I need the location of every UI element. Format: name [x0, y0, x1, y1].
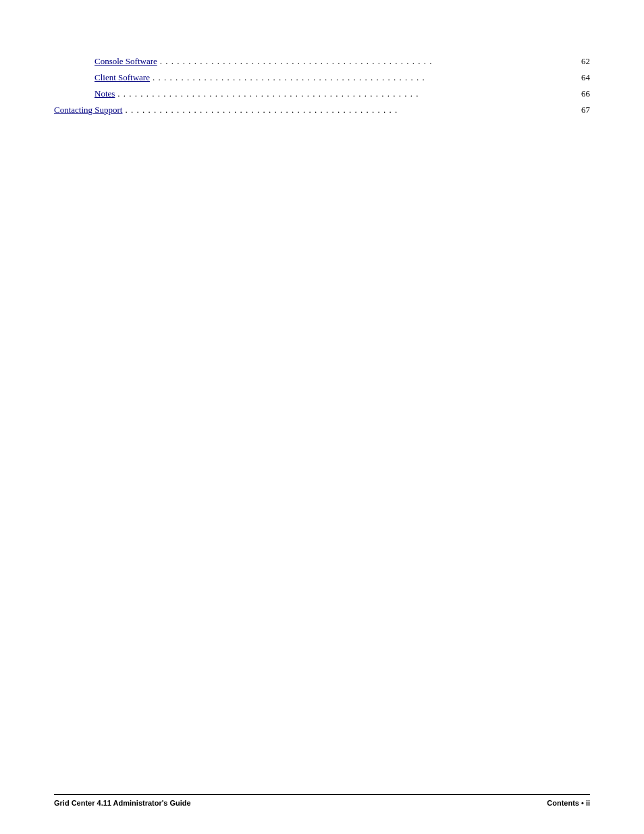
toc-entry-label: Notes — [95, 86, 115, 101]
toc-entry-page: 67 — [573, 103, 590, 118]
toc-section: Console Software. . . . . . . . . . . . … — [54, 54, 590, 118]
toc-entry-dots: . . . . . . . . . . . . . . . . . . . . … — [153, 70, 570, 85]
toc-entry[interactable]: Console Software. . . . . . . . . . . . … — [54, 54, 590, 69]
toc-entry-page: 62 — [573, 54, 590, 69]
toc-entry-page: 64 — [573, 70, 590, 85]
toc-entry-page: 66 — [573, 86, 590, 101]
toc-entry-label: Contacting Support — [54, 103, 122, 118]
page-content: Console Software. . . . . . . . . . . . … — [0, 0, 644, 834]
toc-entry[interactable]: Contacting Support. . . . . . . . . . . … — [54, 103, 590, 118]
toc-entry[interactable]: Client Software. . . . . . . . . . . . .… — [54, 70, 590, 85]
footer-right: Contents • ii — [547, 799, 590, 807]
toc-entry-dots: . . . . . . . . . . . . . . . . . . . . … — [160, 54, 570, 69]
toc-entry-label: Console Software — [95, 54, 157, 69]
toc-entry-label: Client Software — [95, 70, 150, 85]
footer-left: Grid Center 4.11 Administrator's Guide — [54, 799, 191, 807]
footer: Grid Center 4.11 Administrator's Guide C… — [54, 794, 590, 807]
toc-entry-dots: . . . . . . . . . . . . . . . . . . . . … — [117, 86, 570, 101]
toc-entry-dots: . . . . . . . . . . . . . . . . . . . . … — [125, 103, 570, 118]
toc-entry[interactable]: Notes. . . . . . . . . . . . . . . . . .… — [54, 86, 590, 101]
